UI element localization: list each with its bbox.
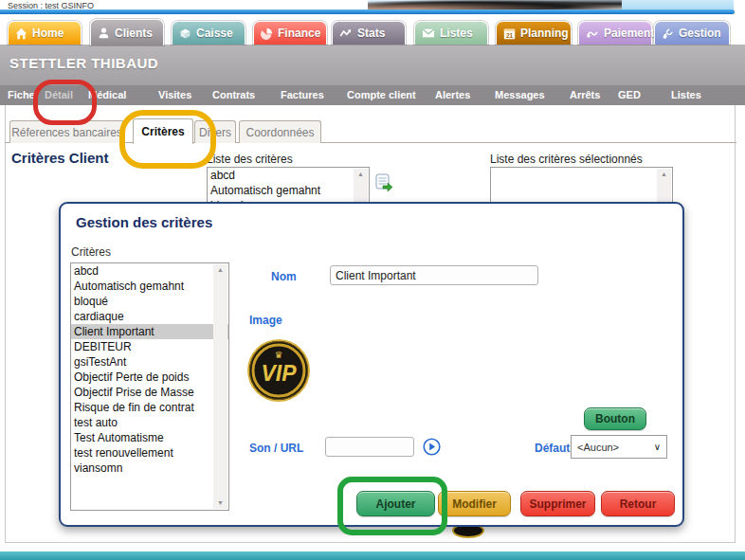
scroll-up-icon[interactable]: ▲: [661, 169, 667, 180]
sound-url-label: Son / URL: [249, 442, 303, 455]
scroll-down-icon[interactable]: ▼: [217, 497, 224, 509]
svg-text:VIP: VIP: [261, 361, 297, 386]
tab-listes[interactable]: Listes: [414, 21, 488, 45]
selected-criteria-label: Liste des critères sélectionnés: [490, 153, 643, 166]
default-select[interactable]: <Aucun> ∨: [571, 435, 667, 459]
tab-home[interactable]: Home: [8, 21, 82, 45]
scrollbar[interactable]: ▲▼: [213, 264, 227, 509]
list-item[interactable]: test auto: [71, 415, 228, 430]
tab-label: Caisse: [196, 27, 233, 40]
bottom-teal-bar: [0, 551, 745, 560]
tab-gestion[interactable]: Gestion: [654, 21, 730, 45]
caisse-icon: [179, 27, 191, 40]
button-label: Modifier: [452, 497, 497, 511]
tab-label: Clients: [115, 27, 153, 40]
subtab-label: Divers: [199, 126, 231, 139]
chevron-down-icon: ∨: [654, 442, 661, 452]
button-label: Supprimer: [529, 497, 586, 511]
menu-item-visites[interactable]: Visites: [158, 89, 191, 100]
list-item[interactable]: Objectif Prise de Masse: [71, 385, 228, 400]
list-item-selected[interactable]: Client Important: [71, 324, 228, 339]
available-criteria-label: Liste des critères: [207, 153, 293, 166]
list-item[interactable]: abcd: [208, 168, 369, 183]
menu-item-fiche[interactable]: Fiche: [8, 89, 35, 100]
tab-label: Paiements: [604, 27, 661, 40]
subtab-label: Réferences bancaires: [11, 126, 122, 139]
scroll-up-icon[interactable]: ▲: [357, 169, 364, 180]
list-item[interactable]: bloqué: [71, 294, 228, 309]
tab-stats[interactable]: Stats: [332, 21, 406, 45]
tab-finance[interactable]: Finance: [253, 21, 327, 45]
vip-badge-image: ♛ VIP: [246, 338, 311, 403]
menu-item-medical[interactable]: Médical: [88, 89, 126, 100]
tab-caisse[interactable]: Caisse: [172, 21, 245, 45]
list-item[interactable]: Automatisch gemahnt: [208, 183, 369, 198]
list-item[interactable]: viansomn: [71, 461, 228, 476]
subtab-coordonnees[interactable]: Coordonnées: [239, 120, 321, 143]
list-item[interactable]: abcd: [71, 263, 228, 279]
play-sound-icon[interactable]: [423, 438, 441, 456]
menu-item-ged[interactable]: GED: [618, 89, 641, 100]
dialog-title: Gestion des critères: [76, 214, 212, 230]
name-label: Nom: [271, 270, 297, 283]
list-item[interactable]: Automatisch gemahnt: [71, 279, 228, 294]
subtab-references-bancaires[interactable]: Réferences bancaires: [9, 120, 124, 143]
subtab-criteres[interactable]: Critères: [133, 118, 193, 144]
menu-item-factures[interactable]: Factures: [281, 89, 324, 100]
tab-label: Planning: [520, 27, 569, 40]
criteria-list-label: Critères: [71, 245, 111, 259]
menu-item-detail[interactable]: Détail: [45, 89, 73, 100]
modifier-button[interactable]: Modifier: [438, 491, 511, 516]
svg-text:21: 21: [506, 31, 514, 38]
subtab-label: Coordonnées: [245, 126, 314, 139]
tab-label: Stats: [357, 27, 385, 40]
list-item[interactable]: gsiTestAnt: [71, 354, 228, 370]
criteria-listbox[interactable]: abcd Automatisch gemahnt bloqué cardiaqu…: [70, 262, 229, 511]
stats-icon: [339, 27, 353, 40]
subtab-divers[interactable]: Divers: [194, 120, 236, 143]
scroll-up-icon[interactable]: ▲: [217, 264, 224, 276]
list-item[interactable]: DEBITEUR: [71, 339, 228, 354]
list-item[interactable]: test renouvellement: [71, 445, 228, 461]
subtab-label: Critères: [141, 125, 184, 138]
menu-item-compte-client[interactable]: Compte client: [347, 89, 416, 100]
supprimer-button[interactable]: Supprimer: [520, 491, 595, 516]
menu-item-messages[interactable]: Messages: [495, 89, 545, 100]
menu-item-alertes[interactable]: Alertes: [435, 89, 470, 100]
button-label: Ajouter: [376, 497, 416, 511]
retour-button[interactable]: Retour: [601, 491, 675, 516]
paiements-icon: [586, 27, 599, 40]
ajouter-button[interactable]: Ajouter: [356, 491, 435, 516]
menu-item-contrats[interactable]: Contrats: [212, 89, 255, 100]
criteria-management-dialog: Gestion des critères Critères abcd Autom…: [59, 202, 684, 527]
page-title: Critères Client: [11, 150, 109, 166]
list-item[interactable]: Test Automatisme: [71, 430, 228, 445]
home-icon: [15, 27, 27, 40]
planning-icon: 21: [503, 27, 516, 40]
sound-url-input[interactable]: [325, 437, 414, 457]
tab-clients[interactable]: Clients: [90, 19, 164, 45]
menu-item-listes[interactable]: Listes: [671, 89, 701, 100]
listes-icon: [422, 27, 435, 39]
menu-item-arrets[interactable]: Arrêts: [570, 89, 600, 100]
name-input[interactable]: [330, 265, 538, 285]
clients-icon: [98, 27, 110, 39]
button-label: Bouton: [595, 412, 635, 425]
tab-paiements[interactable]: Paiements: [578, 21, 652, 45]
button-label: Retour: [620, 497, 657, 511]
client-name: STETTLER THIBAUD: [9, 55, 158, 71]
list-item[interactable]: Objectif Perte de poids: [71, 370, 228, 385]
add-to-selection-icon[interactable]: [375, 173, 393, 191]
list-item[interactable]: Risque de fin de contrat: [71, 400, 228, 415]
tab-label: Listes: [440, 27, 473, 40]
list-item[interactable]: cardiaque: [71, 309, 228, 324]
tab-label: Gestion: [679, 27, 721, 40]
svg-text:♛: ♛: [275, 350, 283, 360]
top-blue-bar: [0, 9, 735, 14]
tab-planning[interactable]: 21 Planning: [496, 21, 572, 45]
bouton-button[interactable]: Bouton: [584, 407, 646, 430]
gestion-icon: [662, 27, 674, 40]
tab-label: Finance: [278, 27, 320, 40]
tab-label: Home: [32, 27, 64, 40]
image-label: Image: [249, 314, 282, 327]
